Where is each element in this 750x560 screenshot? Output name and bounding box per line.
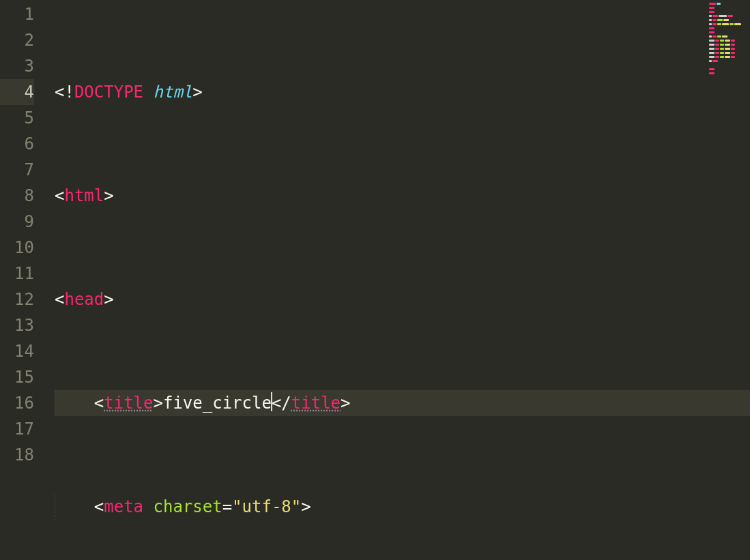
code-editor[interactable]: 1 2 3 4 5 6 7 8 9 10 11 12 13 14 15 16 1…	[0, 0, 750, 560]
line-number: 6	[0, 131, 34, 157]
line-number: 8	[0, 183, 34, 209]
title-text: five_circle	[163, 394, 272, 413]
code-area[interactable]: <!DOCTYPE html> <html> <head> <title>fiv…	[46, 0, 750, 560]
bang: !	[64, 83, 74, 102]
doctype-keyword: DOCTYPE	[74, 83, 143, 102]
line-number: 16	[0, 390, 34, 416]
line-number: 9	[0, 209, 34, 235]
line-number: 2	[0, 27, 34, 53]
angle-open: <	[55, 83, 64, 102]
line-number: 1	[0, 1, 34, 27]
doctype-html: html	[154, 83, 193, 102]
tag-meta: meta	[104, 497, 143, 516]
line-number: 14	[0, 338, 34, 364]
str-utf8: "utf-8"	[232, 497, 301, 516]
line-number-active: 4	[0, 79, 34, 105]
line-number: 3	[0, 53, 34, 79]
code-line-active[interactable]: <title>five_circle</title>	[55, 390, 750, 416]
code-line[interactable]: <head>	[55, 286, 750, 312]
attr-charset: charset	[154, 497, 222, 516]
tag-head: head	[64, 290, 104, 309]
tag-title-close: title	[291, 394, 341, 413]
tag-html: html	[64, 186, 104, 205]
line-number: 18	[0, 442, 34, 468]
line-number: 13	[0, 312, 34, 338]
tag-title: title	[104, 394, 153, 413]
line-number: 10	[0, 235, 34, 261]
code-line[interactable]: <meta charset="utf-8">	[55, 494, 750, 520]
line-number: 12	[0, 286, 34, 312]
line-number: 7	[0, 157, 34, 183]
line-number-gutter: 1 2 3 4 5 6 7 8 9 10 11 12 13 14 15 16 1…	[0, 0, 46, 560]
line-number: 15	[0, 364, 34, 390]
angle-close: >	[192, 83, 202, 102]
code-line[interactable]: <!DOCTYPE html>	[55, 79, 750, 105]
code-line[interactable]: <html>	[55, 183, 750, 209]
line-number: 17	[0, 416, 34, 442]
line-number: 11	[0, 261, 34, 286]
line-number: 5	[0, 105, 34, 131]
